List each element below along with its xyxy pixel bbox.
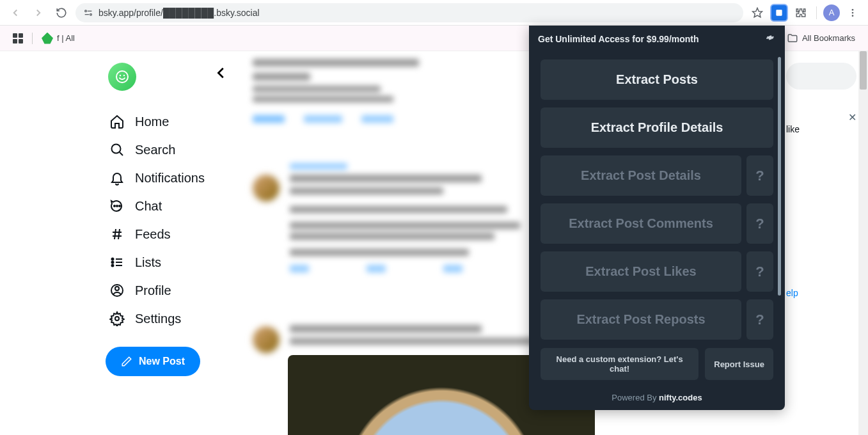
svg-point-29 [115, 317, 119, 320]
close-icon[interactable]: ✕ [848, 111, 856, 123]
right-sidebar-fragment: ✕ like elp [786, 51, 856, 298]
fragment-text: like [786, 124, 856, 134]
svg-point-25 [112, 265, 114, 267]
powered-by-link[interactable]: nifty.codes [659, 393, 702, 402]
svg-point-6 [852, 9, 854, 11]
forward-button[interactable] [29, 4, 47, 22]
search-field-stub[interactable] [786, 63, 856, 90]
nav-label: Profile [135, 283, 171, 298]
help-icon[interactable]: ? [746, 203, 773, 244]
bell-icon [109, 170, 125, 186]
svg-point-7 [852, 12, 854, 13]
feedly-icon [42, 33, 53, 44]
extension-settings-icon[interactable] [764, 32, 776, 45]
svg-line-19 [114, 229, 116, 239]
nav-label: Search [135, 143, 175, 157]
divider [816, 6, 817, 19]
extension-powered-by: Powered By nifty.codes [529, 388, 785, 410]
svg-point-16 [119, 205, 120, 207]
search-icon [109, 142, 125, 157]
nav-label: Chat [135, 199, 162, 214]
svg-point-23 [112, 262, 114, 264]
svg-point-0 [85, 10, 87, 12]
svg-point-15 [116, 205, 118, 207]
svg-point-21 [112, 258, 114, 260]
apps-shortcut[interactable] [13, 33, 23, 44]
new-post-button[interactable]: New Post [106, 347, 200, 376]
help-icon[interactable]: ? [746, 155, 773, 196]
extension-panel: Get Unlimited Access for $9.99/month Ext… [529, 26, 785, 410]
svg-line-13 [120, 152, 123, 155]
profile-icon [109, 283, 125, 298]
extension-body: Extract PostsExtract Profile DetailsExtr… [529, 52, 785, 340]
chat-icon [109, 198, 125, 214]
extract-action-button[interactable]: Extract Post Comments [541, 203, 741, 244]
extract-action-button[interactable]: Extract Post Likes [541, 251, 741, 292]
list-icon [109, 255, 125, 270]
help-icon[interactable]: ? [746, 251, 773, 292]
hash-icon [109, 226, 125, 242]
nav-label: Notifications [135, 171, 205, 186]
extensions-puzzle-icon[interactable] [792, 4, 810, 22]
bsky-logo[interactable] [108, 63, 136, 91]
nav-label: Lists [135, 255, 161, 270]
help-link-fragment[interactable]: elp [786, 288, 856, 298]
compose-icon [121, 356, 132, 367]
gear-icon [109, 311, 125, 326]
extract-action-button[interactable]: Extract Post Details [541, 155, 741, 196]
svg-point-28 [115, 287, 119, 290]
folder-icon [787, 33, 798, 44]
svg-marker-4 [753, 8, 762, 17]
custom-extension-button[interactable]: Need a custom extension? Let's chat! [541, 348, 698, 380]
svg-point-12 [112, 145, 121, 154]
nav-label: Home [135, 115, 169, 129]
back-button[interactable] [6, 4, 24, 22]
bookmark-feedly[interactable]: f | All [42, 33, 75, 44]
svg-point-11 [123, 75, 125, 76]
nav-label: Feeds [135, 227, 171, 242]
svg-point-10 [120, 75, 121, 76]
site-settings-icon[interactable] [83, 8, 93, 18]
bookmark-star-icon[interactable] [748, 4, 766, 22]
all-bookmarks-label: All Bookmarks [802, 33, 855, 43]
extension-scrollbar[interactable] [778, 57, 781, 296]
divider [32, 33, 33, 44]
bookmark-label: f | All [57, 33, 75, 43]
page-content: Home Search Notifications Chat Feeds Lis… [0, 51, 868, 435]
page-scrollbar-thumb[interactable] [860, 51, 867, 90]
svg-point-9 [116, 71, 128, 83]
report-issue-button[interactable]: Report Issue [705, 348, 773, 380]
all-bookmarks-button[interactable]: All Bookmarks [787, 33, 855, 44]
page-scrollbar-track[interactable] [858, 51, 868, 435]
svg-point-8 [852, 15, 854, 17]
address-bar[interactable]: bsky.app/profile/████████.bsky.social [75, 3, 743, 22]
extension-active-icon[interactable] [770, 4, 788, 22]
extract-action-button[interactable]: Extract Post Reposts [541, 299, 741, 340]
new-post-label: New Post [139, 356, 185, 367]
help-icon[interactable]: ? [746, 299, 773, 340]
reload-button[interactable] [52, 4, 70, 22]
chevron-left-icon [214, 66, 228, 80]
url-text: bsky.app/profile/████████.bsky.social [99, 8, 260, 18]
extension-header-text: Get Unlimited Access for $9.99/month [538, 34, 699, 44]
svg-point-2 [90, 13, 92, 15]
svg-line-20 [118, 229, 120, 239]
extract-action-button[interactable]: Extract Posts [541, 59, 773, 100]
apps-grid-icon [13, 33, 23, 44]
browser-toolbar: bsky.app/profile/████████.bsky.social A [0, 0, 868, 26]
extract-action-button[interactable]: Extract Profile Details [541, 107, 773, 148]
chrome-menu-icon[interactable] [844, 4, 862, 22]
profile-avatar[interactable]: A [823, 4, 840, 21]
svg-point-14 [114, 205, 115, 207]
feed-back-button[interactable] [214, 64, 228, 84]
svg-rect-5 [776, 10, 782, 15]
nav-label: Settings [135, 312, 181, 326]
home-icon [109, 114, 125, 129]
